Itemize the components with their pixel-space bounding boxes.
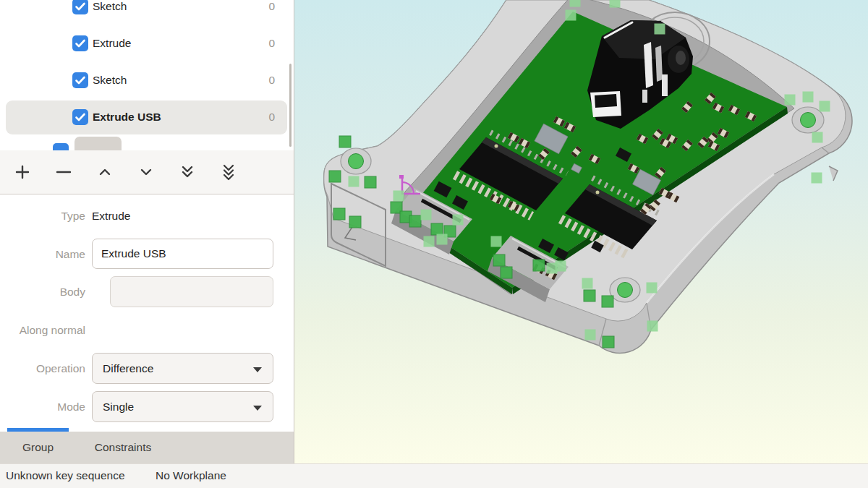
selection-handle[interactable] (570, 0, 581, 7)
left-panel: Sketch0Extrude0Sketch0Extrude USB0 (0, 0, 294, 463)
tab-constraints[interactable]: Constraints (80, 432, 166, 463)
selection-handle[interactable] (647, 283, 658, 294)
selection-handle[interactable] (647, 321, 658, 332)
move-up-button[interactable] (89, 156, 121, 188)
mode-dropdown[interactable]: Single (92, 391, 273, 422)
selection-handle[interactable] (584, 290, 595, 301)
selection-handle[interactable] (453, 215, 464, 226)
move-down-double-button[interactable] (171, 156, 203, 188)
bottom-tabbar: Group Constraints (0, 432, 294, 463)
selection-handle[interactable] (582, 278, 593, 289)
viewport-3d[interactable] (294, 0, 868, 463)
mode-label: Mode (6, 401, 85, 414)
operation-dropdown[interactable]: Difference (92, 353, 273, 384)
selection-handle[interactable] (437, 234, 448, 245)
hole-selection-handle[interactable] (349, 154, 364, 169)
along-normal-label: Along normal (6, 324, 85, 337)
selection-handle[interactable] (585, 330, 596, 341)
selection-handle[interactable] (803, 92, 814, 103)
hole-selection-handle[interactable] (618, 283, 633, 298)
selection-handle[interactable] (424, 236, 435, 247)
move-down-button[interactable] (130, 156, 162, 188)
group-label: Extrude (93, 37, 131, 50)
selection-handle[interactable] (501, 267, 512, 278)
hole-selection-handle[interactable] (801, 113, 816, 128)
selection-handle[interactable] (785, 95, 796, 106)
partial-entry[interactable] (75, 137, 122, 150)
name-input[interactable] (92, 239, 273, 269)
chevron-up-icon (96, 163, 114, 181)
triple-chevron-down-icon (220, 163, 237, 181)
selection-handle[interactable] (333, 208, 345, 220)
statusbar: Unknown key sequence No Workplane (0, 463, 868, 488)
group-label: Sketch (93, 74, 127, 87)
plus-icon (14, 163, 31, 181)
group-label: Sketch (93, 0, 127, 13)
selection-handle[interactable] (409, 215, 421, 227)
selection-handle[interactable] (566, 10, 576, 21)
group-checkbox[interactable] (72, 72, 88, 88)
workplane-status: No Workplane (156, 464, 226, 488)
body-label: Body (6, 286, 85, 299)
selection-handle[interactable] (349, 216, 361, 228)
scene-canvas[interactable] (294, 0, 868, 463)
group-properties: Type Extrude Name Body Along normal Oper… (0, 195, 294, 428)
selection-handle[interactable] (329, 171, 341, 182)
add-group-button[interactable] (7, 156, 38, 188)
list-item[interactable]: Extrude0 (0, 27, 294, 60)
selection-handle[interactable] (339, 136, 351, 147)
selection-handle[interactable] (491, 236, 502, 247)
selection-handle[interactable] (812, 132, 823, 143)
group-count: 0 (268, 74, 275, 87)
type-value: Extrude (92, 210, 130, 223)
group-count: 0 (268, 37, 275, 50)
selection-handle[interactable] (533, 260, 545, 271)
move-down-triple-button[interactable] (213, 156, 244, 188)
group-label: Extrude USB (93, 111, 161, 124)
selection-handle[interactable] (812, 173, 822, 184)
status-message: Unknown key sequence (6, 464, 125, 488)
selection-handle[interactable] (393, 191, 404, 202)
double-chevron-down-icon (179, 163, 196, 181)
selection-handle[interactable] (603, 336, 614, 348)
selection-handle[interactable] (349, 176, 359, 187)
application-window: Sketch0Extrude0Sketch0Extrude USB0 (0, 0, 868, 488)
group-checkbox[interactable] (72, 109, 88, 125)
body-name-input[interactable] (110, 276, 273, 307)
selection-handle[interactable] (655, 24, 665, 35)
list-scrollbar[interactable] (289, 64, 292, 147)
list-item[interactable]: Sketch0 (0, 0, 294, 23)
operation-value: Difference (103, 362, 153, 375)
chevron-down-icon (137, 163, 155, 181)
selection-handle[interactable] (431, 223, 443, 235)
tab-group[interactable]: Group (7, 432, 69, 463)
group-list[interactable]: Sketch0Extrude0Sketch0Extrude USB0 (0, 0, 294, 150)
selection-handle[interactable] (493, 254, 505, 266)
list-item[interactable]: Sketch0 (0, 64, 294, 97)
checkbox-partial[interactable] (53, 143, 69, 150)
list-item[interactable]: Extrude USB0 (0, 100, 294, 134)
mode-value: Single (103, 401, 134, 414)
operation-label: Operation (6, 362, 85, 375)
group-count: 0 (268, 111, 275, 124)
group-count: 0 (268, 0, 275, 13)
type-label: Type (6, 210, 85, 223)
dropdown-arrow-icon (253, 406, 262, 411)
selection-handle[interactable] (820, 101, 830, 112)
remove-group-button[interactable] (48, 156, 80, 188)
selection-handle[interactable] (556, 261, 566, 272)
selection-handle[interactable] (610, 0, 621, 8)
selection-handle[interactable] (365, 176, 376, 188)
dropdown-arrow-icon (253, 367, 262, 372)
selection-handle[interactable] (421, 210, 432, 221)
minus-icon (55, 163, 72, 181)
group-toolbar (0, 150, 294, 194)
name-label: Name (6, 248, 85, 261)
group-checkbox[interactable] (72, 35, 88, 51)
group-checkbox[interactable] (72, 0, 88, 14)
selection-handle[interactable] (602, 296, 613, 307)
